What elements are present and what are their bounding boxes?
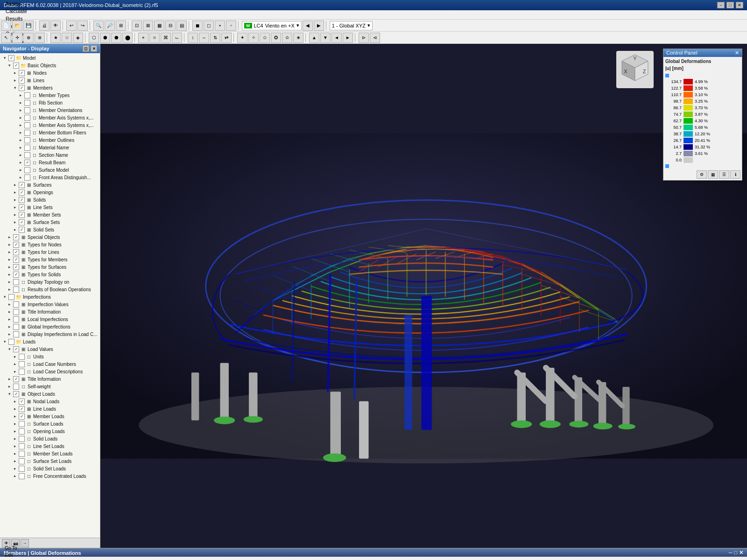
tree-checkbox[interactable] xyxy=(19,413,25,420)
tree-expand-icon[interactable]: ▸ xyxy=(18,137,23,143)
tree-item[interactable]: ▾📁Imperfections xyxy=(1,293,99,301)
t2-btn-21[interactable]: ✧ xyxy=(248,33,259,43)
tree-checkbox[interactable] xyxy=(19,204,25,210)
menu-item-assign[interactable]: Assign xyxy=(2,0,31,7)
tree-checkbox[interactable] xyxy=(13,391,19,397)
tree-checkbox[interactable] xyxy=(19,436,25,442)
tree-item[interactable]: ▸□Member Orientations xyxy=(1,106,99,114)
tree-item[interactable]: ▸□Solid Set Loads xyxy=(1,465,99,472)
t2-btn-5[interactable]: ★ xyxy=(50,33,61,43)
zoom-out-button[interactable]: 🔎 xyxy=(105,21,115,31)
results-menu-item-goto[interactable]: Go To xyxy=(2,545,27,552)
tree-item[interactable]: ▸⊞Surfaces xyxy=(1,181,99,189)
tree-expand-icon[interactable]: ▸ xyxy=(18,167,23,173)
tree-checkbox[interactable] xyxy=(24,160,30,166)
t2-btn-13[interactable]: ⌗ xyxy=(149,33,160,43)
tree-item[interactable]: ▸□Surface Loads xyxy=(1,420,99,427)
tree-checkbox[interactable] xyxy=(19,77,25,84)
tree-checkbox[interactable] xyxy=(19,70,25,76)
tree-expand-icon[interactable]: ▾ xyxy=(2,294,7,300)
tree-checkbox[interactable] xyxy=(13,287,19,293)
tree-expand-icon[interactable]: ▸ xyxy=(18,145,23,150)
tree-expand-icon[interactable]: ▸ xyxy=(7,234,12,240)
t2-btn-31[interactable]: ⊲ xyxy=(370,33,380,43)
tree-checkbox[interactable] xyxy=(13,249,19,255)
tree-item[interactable]: ▸□Result Beam xyxy=(1,159,99,166)
tree-checkbox[interactable] xyxy=(19,182,25,188)
tree-item[interactable]: ▸⊞Member Sets xyxy=(1,211,99,218)
t2-btn-15[interactable]: ⌙ xyxy=(172,33,182,43)
tree-expand-icon[interactable]: ▸ xyxy=(12,428,18,434)
tree-checkbox[interactable] xyxy=(24,115,30,121)
legend-chart-button[interactable]: ▦ xyxy=(708,170,718,179)
tree-checkbox[interactable] xyxy=(19,458,25,464)
tree-checkbox[interactable] xyxy=(19,219,25,225)
tree-item[interactable]: ▸⊞Nodes xyxy=(1,69,99,77)
nav-close-button[interactable]: ✕ xyxy=(91,45,97,52)
tree-checkbox[interactable] xyxy=(19,197,25,203)
tree-expand-icon[interactable]: ▸ xyxy=(7,287,12,292)
tree-item[interactable]: ▸⊞Nodal Loads xyxy=(1,398,99,405)
results-menu-item-edit[interactable]: Edit xyxy=(2,552,27,559)
tree-item[interactable]: ▾⊞Members xyxy=(1,84,99,91)
tree-expand-icon[interactable]: ▸ xyxy=(18,175,23,180)
t2-btn-25[interactable]: ✬ xyxy=(293,33,303,43)
tree-item[interactable]: ▸□Load Case Numbers xyxy=(1,360,99,368)
tree-expand-icon[interactable]: ▸ xyxy=(12,406,18,412)
toolbar-btn-2[interactable]: ⊠ xyxy=(143,21,153,31)
tree-checkbox[interactable] xyxy=(13,242,19,248)
tree-expand-icon[interactable]: ▾ xyxy=(7,391,12,397)
coord-system-dropdown[interactable]: 1 - Global XYZ ▾ xyxy=(330,21,373,30)
new-button[interactable]: 📄 xyxy=(1,21,11,31)
tree-checkbox[interactable] xyxy=(19,361,25,367)
tree-item[interactable]: ▾📁Model xyxy=(1,54,99,62)
results-maximize-button[interactable]: □ xyxy=(734,550,737,556)
tree-expand-icon[interactable]: ▾ xyxy=(2,55,7,61)
tree-expand-icon[interactable]: ▸ xyxy=(7,331,12,337)
tree-item[interactable]: ▸⊞Local Imperfections xyxy=(1,315,99,323)
menu-item-calculate[interactable]: Calculate xyxy=(2,7,31,15)
tree-item[interactable]: ▸⊞Solids xyxy=(1,196,99,203)
control-panel-close-icon[interactable]: ✕ xyxy=(735,50,739,56)
print-button[interactable]: 🖨 xyxy=(39,21,49,31)
tree-expand-icon[interactable]: ▸ xyxy=(12,182,18,188)
open-button[interactable]: 📂 xyxy=(12,21,22,31)
undo-button[interactable]: ↩ xyxy=(66,21,77,31)
tree-expand-icon[interactable]: ▸ xyxy=(7,249,12,255)
tree-expand-icon[interactable]: ▾ xyxy=(12,85,18,91)
legend-settings-button[interactable]: ⚙ xyxy=(697,170,707,179)
tree-item[interactable]: ▸⊞Types for Lines xyxy=(1,248,99,256)
tree-checkbox[interactable] xyxy=(13,257,19,263)
tree-item[interactable]: ▸⊞Openings xyxy=(1,189,99,196)
nav-minimize-button[interactable]: ◫ xyxy=(83,45,89,52)
t2-btn-2[interactable]: ✛ xyxy=(12,33,22,43)
tree-expand-icon[interactable]: ▸ xyxy=(12,436,18,441)
redo-button[interactable]: ↪ xyxy=(78,21,88,31)
tree-checkbox[interactable] xyxy=(19,451,25,457)
tree-item[interactable]: ▸⊞Solid Sets xyxy=(1,226,99,233)
tree-checkbox[interactable] xyxy=(24,100,30,106)
tree-item[interactable]: ▸□Member Bottom Fibers xyxy=(1,129,99,136)
tree-expand-icon[interactable]: ▸ xyxy=(12,212,18,217)
tree-checkbox[interactable] xyxy=(13,324,19,330)
tree-checkbox[interactable] xyxy=(24,145,30,151)
tree-expand-icon[interactable]: ▸ xyxy=(7,316,12,322)
tree-item[interactable]: ▾📁Loads xyxy=(1,338,99,345)
close-button[interactable]: ✕ xyxy=(736,2,743,8)
tree-item[interactable]: ▸□Member Axis Systems x,... xyxy=(1,121,99,129)
tree-item[interactable]: ▸⊞Types for Members xyxy=(1,256,99,263)
t2-btn-1[interactable]: ↖ xyxy=(1,33,11,43)
tree-expand-icon[interactable]: ▾ xyxy=(2,339,7,344)
tree-expand-icon[interactable]: ▸ xyxy=(7,279,12,285)
tree-checkbox[interactable] xyxy=(19,189,25,196)
tree-item[interactable]: ▸⊞Types for Nodes xyxy=(1,241,99,248)
tree-expand-icon[interactable]: ▸ xyxy=(12,369,18,374)
tree-expand-icon[interactable]: ▸ xyxy=(12,466,18,471)
tree-expand-icon[interactable]: ▸ xyxy=(12,473,18,479)
tree-expand-icon[interactable]: ▸ xyxy=(12,204,18,210)
tree-item[interactable]: ▸⊞Line Loads xyxy=(1,405,99,413)
tree-item[interactable]: ▸□Member Set Loads xyxy=(1,450,99,457)
tree-expand-icon[interactable]: ▸ xyxy=(12,443,18,449)
window-controls[interactable]: − □ ✕ xyxy=(717,2,743,8)
tree-expand-icon[interactable]: ▸ xyxy=(7,242,12,247)
